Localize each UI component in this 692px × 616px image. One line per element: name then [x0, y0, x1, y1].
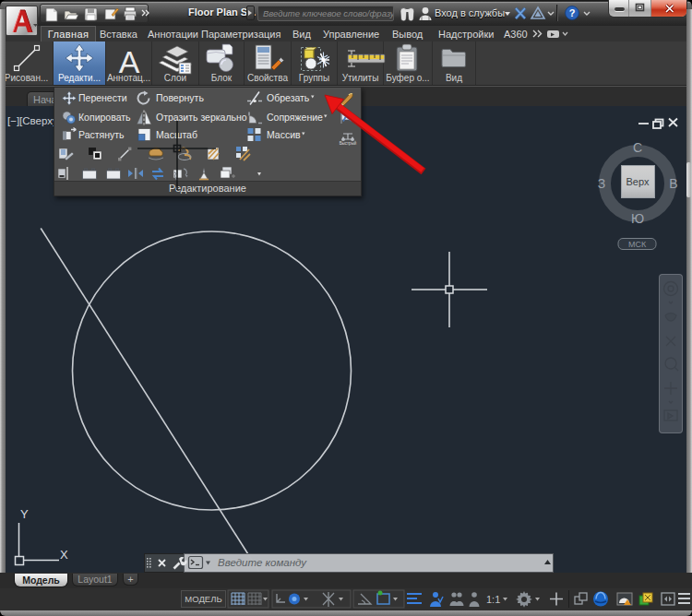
svg-text:Верх: Верх	[626, 176, 650, 187]
svg-text:С: С	[633, 140, 642, 155]
svg-text:Y: Y	[20, 507, 29, 521]
svg-text:МСК: МСК	[628, 240, 647, 249]
svg-text:Ю: Ю	[631, 211, 644, 226]
svg-text:X: X	[60, 548, 68, 562]
svg-text:Введите команду: Введите команду	[218, 557, 307, 568]
svg-text:?: ?	[569, 7, 576, 18]
svg-text:A: A	[119, 44, 140, 79]
svg-text:В: В	[669, 176, 677, 191]
svg-text:1:1: 1:1	[486, 594, 500, 605]
svg-text:З: З	[598, 176, 605, 191]
